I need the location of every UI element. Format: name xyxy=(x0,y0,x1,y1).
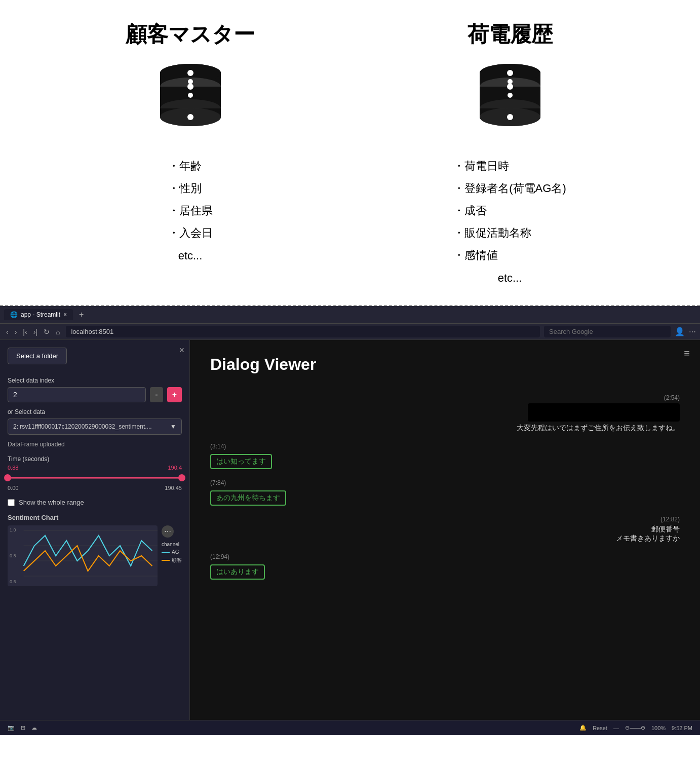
active-tab[interactable]: 🌐 app - Streamlit × xyxy=(4,309,73,320)
df-uploaded-status: DataFrame uploaded xyxy=(8,441,182,448)
right-bullets: 荷電日時 登録者名(荷電AG名) 成否 販促活動名称 感情値 xyxy=(453,155,566,267)
index-input[interactable] xyxy=(8,387,146,402)
chart-legend-area: ⋯ channel AG 顧客 xyxy=(162,525,182,564)
chart-svg xyxy=(8,525,158,586)
decrement-button[interactable]: - xyxy=(150,387,163,402)
customer-line-icon xyxy=(162,560,170,561)
zoom-level: 100% xyxy=(651,725,666,731)
tab-favicon: 🌐 xyxy=(10,311,18,318)
msg5-time: (12:94) xyxy=(210,553,680,560)
svg-point-29 xyxy=(507,114,513,120)
status-icon-1: 📷 xyxy=(8,725,15,731)
msg1-text: 大変先程はいではまずご住所をお伝え致しますね。 xyxy=(210,424,680,433)
msg2-time: (3:14) xyxy=(210,443,680,450)
data-dropdown[interactable]: 2: rsv11ffff000017c120200529000032_senti… xyxy=(8,418,182,435)
time-section: Time (seconds) 0.88 190.4 0.00 190.45 xyxy=(8,455,182,491)
refresh-button[interactable]: ↻ xyxy=(42,327,52,337)
msg3-bubble: あの九州を待ちます xyxy=(210,490,286,506)
channel-label: channel xyxy=(162,542,182,547)
increment-button[interactable]: + xyxy=(167,387,182,402)
profile-icon[interactable]: 👤 xyxy=(675,327,685,336)
select-folder-button[interactable]: Select a folder xyxy=(8,348,67,364)
svg-point-8 xyxy=(188,79,193,84)
nav-icons: ‹ › |‹ ›| ↻ ⌂ xyxy=(4,327,62,337)
range-min-label: 0.00 xyxy=(8,485,18,491)
skip-end-button[interactable]: ›| xyxy=(31,327,40,337)
clock: 9:52 PM xyxy=(672,725,692,731)
dropdown-arrow-icon: ▼ xyxy=(170,423,176,430)
time-values: 0.88 190.4 xyxy=(8,465,182,471)
time-header: Time (seconds) xyxy=(8,455,182,463)
status-right: 🔔 Reset — ⊖——⊕ 100% 9:52 PM xyxy=(579,725,692,731)
left-title: 顧客マスター xyxy=(126,20,255,49)
svg-point-31 xyxy=(507,70,513,76)
index-control: - + xyxy=(8,387,182,402)
show-range-checkbox[interactable] xyxy=(8,499,15,506)
range-slider[interactable] xyxy=(8,473,182,483)
legend-ag: AG xyxy=(162,549,182,555)
back-button[interactable]: ‹ xyxy=(4,327,11,337)
dialog-viewer-title: Dialog Viewer xyxy=(210,355,680,374)
msg1-black-box xyxy=(528,403,680,422)
status-bar: 📷 ⊞ ☁ 🔔 Reset — ⊖——⊕ 100% 9:52 PM xyxy=(0,720,700,735)
range-thumb-right[interactable] xyxy=(178,474,185,481)
msg3-time: (7:84) xyxy=(210,479,680,486)
show-range-row: Show the whole range xyxy=(8,499,182,506)
dialog-message-2: (3:14) はい知ってます xyxy=(210,443,680,469)
skip-start-button[interactable]: |‹ xyxy=(21,327,29,337)
reset-button[interactable]: Reset xyxy=(593,725,607,731)
address-bar-row: ‹ › |‹ ›| ↻ ⌂ 👤 ⋯ xyxy=(0,324,700,340)
address-input[interactable] xyxy=(66,326,540,337)
time-range-end: 190.4 xyxy=(168,465,182,471)
dropdown-value: 2: rsv11ffff000017c120200529000032_senti… xyxy=(13,423,152,430)
forward-button[interactable]: › xyxy=(13,327,19,337)
svg-point-24 xyxy=(508,79,513,84)
svg-point-30 xyxy=(507,84,513,90)
home-button[interactable]: ⌂ xyxy=(54,327,62,337)
zoom-slider[interactable]: ⊖——⊕ xyxy=(625,725,645,731)
sidebar: × Select a folder Select data index - + … xyxy=(0,340,190,720)
y-label-low: 0.6 xyxy=(10,579,16,584)
msg2-bubble: はい知ってます xyxy=(210,454,272,469)
svg-point-13 xyxy=(187,114,193,120)
svg-point-7 xyxy=(188,93,193,98)
status-icon-right-1: 🔔 xyxy=(579,725,587,731)
main-content: ≡ Dialog Viewer (2:54) 大変先程はいではまずご住所をお伝え… xyxy=(190,340,700,720)
chart-y-labels: 1.0 0.8 0.6 xyxy=(10,525,16,586)
tab-close-icon[interactable]: × xyxy=(63,311,67,318)
svg-point-14 xyxy=(187,84,193,90)
chart-title: Sentiment Chart xyxy=(8,514,182,521)
msg4-line2: メモ書きありますか xyxy=(210,534,680,543)
tab-label: app - Streamlit xyxy=(21,311,60,318)
hamburger-menu[interactable]: ≡ xyxy=(684,348,690,359)
msg5-bubble: はいあります xyxy=(210,564,265,580)
chart-section: Sentiment Chart 1.0 0.8 0.6 xyxy=(8,514,182,586)
extension-icon[interactable]: ⋯ xyxy=(689,328,696,336)
sidebar-close-button[interactable]: × xyxy=(179,345,184,356)
range-thumb-left[interactable] xyxy=(4,474,11,481)
chart-container: 1.0 0.8 0.6 xyxy=(8,525,182,586)
left-bullets: 年齢 性別 居住県 入会日 xyxy=(168,155,213,244)
new-tab-button[interactable]: + xyxy=(75,308,88,321)
time-label: Time (seconds) xyxy=(8,455,49,463)
chart-more-button[interactable]: ⋯ xyxy=(162,525,174,538)
tab-bar: 🌐 app - Streamlit × + xyxy=(0,306,700,324)
app-layout: × Select a folder Select data index - + … xyxy=(0,340,700,720)
legend-customer: 顧客 xyxy=(162,557,182,564)
y-label-top: 1.0 xyxy=(10,527,16,532)
msg4-time: (12:82) xyxy=(210,516,680,523)
range-max-label: 190.45 xyxy=(165,485,182,491)
msg1-time: (2:54) xyxy=(210,394,680,401)
status-icon-2: ⊞ xyxy=(21,725,25,731)
ag-line-icon xyxy=(162,552,170,553)
dialog-message-4: (12:82) 郵便番号 メモ書きありますか xyxy=(210,516,680,543)
svg-point-15 xyxy=(187,70,193,76)
or-select-data-label: or Select data xyxy=(8,408,182,415)
search-input[interactable] xyxy=(544,326,671,337)
range-fill xyxy=(8,477,182,479)
chart-area: 1.0 0.8 0.6 xyxy=(8,525,158,586)
dialog-message-1: (2:54) 大変先程はいではまずご住所をお伝え致しますね。 xyxy=(210,394,680,433)
show-range-label: Show the whole range xyxy=(19,499,84,506)
left-column: 顧客マスター 年齢 性別 居住県 入会日 etc... xyxy=(30,20,350,285)
browser-section: 🌐 app - Streamlit × + ‹ › |‹ ›| ↻ ⌂ 👤 ⋯ … xyxy=(0,306,700,735)
